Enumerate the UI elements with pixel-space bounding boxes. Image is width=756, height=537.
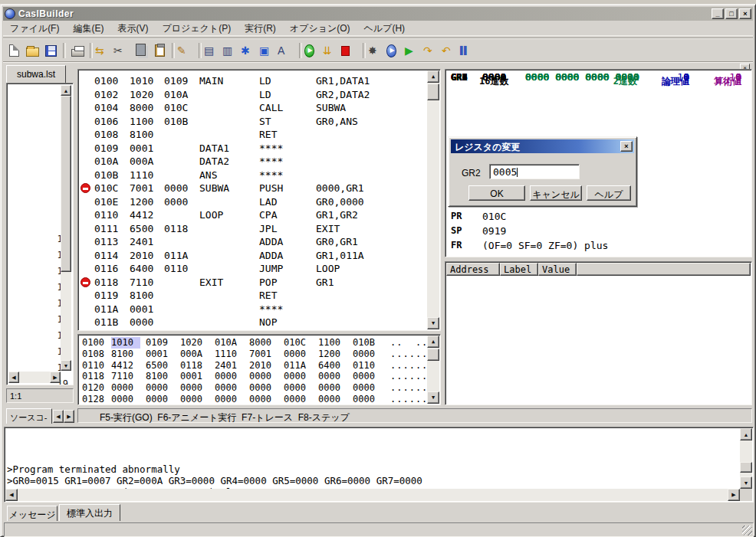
run-icon[interactable]: ▶ (304, 41, 323, 60)
menu-item[interactable]: 表示(V) (110, 21, 155, 37)
scroll-up-icon[interactable]: ▲ (427, 336, 439, 348)
watch-header-value[interactable]: Value (538, 263, 577, 276)
memory-vertical-scrollbar[interactable]: ▲ ▼ (427, 336, 439, 404)
menu-item[interactable]: プロジェクト(P) (155, 21, 238, 37)
menu-item[interactable]: ヘルプ(H) (357, 21, 413, 37)
continue-icon[interactable]: ▶ (386, 41, 405, 60)
binary-file-icon[interactable]: ▥ (222, 41, 241, 60)
listing-row[interactable]: 010B 1110 ANS **** (79, 169, 426, 182)
tab-subwa-lst[interactable]: subwa.lst (6, 65, 66, 83)
listing-row[interactable]: 0100 1010 0109 MAIN LD GR1,DATA1 (79, 74, 426, 88)
pen-icon[interactable]: ✎ (177, 41, 196, 60)
open-folder-icon[interactable] (23, 41, 41, 60)
listing-row[interactable]: 0116 6400 0110 JUMP LOOP (79, 262, 426, 276)
register-row[interactable]: GR7 0000 0000 0000 0000 0000 0 0 (445, 70, 751, 85)
scroll-left-icon[interactable]: ◀ (8, 372, 19, 383)
listing-row[interactable]: 0108 8100 RET (79, 128, 426, 142)
menu-item[interactable]: ファイル(F) (3, 21, 66, 37)
memory-row[interactable]: 0128 0000 0000 0000 0000 0000 0000 0000 … (79, 394, 426, 405)
listing-row[interactable]: 0118 7110 EXIT POP GR1 (79, 276, 426, 290)
breakpoint-icon[interactable] (81, 183, 90, 193)
trace-icon[interactable]: ▶ (405, 41, 423, 60)
tab-scroll-left-icon[interactable]: ◀ (53, 410, 64, 423)
memory-row[interactable]: 0118 7110 8100 0001 0000 0000 0000 0000 … (79, 371, 426, 382)
close-button[interactable]: × (739, 8, 751, 19)
listing-row[interactable]: 0114 2010 011A ADDA GR1,011A (79, 249, 426, 263)
register-value-input[interactable]: 0005 (489, 164, 580, 179)
tab-scroll-right-icon[interactable]: ▶ (64, 410, 74, 423)
watch-header-label[interactable]: Label (500, 263, 538, 276)
scroll-down-icon[interactable]: ▼ (740, 476, 752, 489)
listing-row[interactable]: 0111 6500 0118 JPL EXIT (79, 222, 426, 236)
print-icon[interactable] (68, 41, 87, 60)
sidebar-horizontal-scrollbar[interactable]: ◀ ▶ (8, 372, 61, 383)
listing-row[interactable]: 0106 1100 010B ST GR0,ANS (79, 115, 426, 129)
memory-dump-panel[interactable]: 0100 1010 0109 1020 010A 8000 010C 1100 … (77, 334, 441, 405)
memory-row[interactable]: 0110 4412 6500 0118 2401 2010 011A 6400 … (79, 360, 426, 372)
scroll-up-icon[interactable]: ▲ (61, 85, 71, 96)
scroll-down-icon[interactable]: ▼ (427, 391, 439, 404)
scroll-thumb[interactable] (427, 83, 439, 100)
listing-row[interactable]: 010C 7001 0000 SUBWA PUSH 0000,GR1 (79, 182, 426, 195)
menu-item[interactable]: オプション(O) (283, 21, 357, 37)
console-panel[interactable]: >Program terminated abnormally>GR0=0015 … (4, 427, 754, 503)
undo-icon[interactable]: ⇆ (95, 41, 113, 60)
listing-row[interactable]: 0119 8100 RET (79, 289, 426, 303)
sidebar-vertical-scrollbar[interactable]: ▲ ▼ (61, 85, 71, 371)
stop-icon[interactable]: ■ (341, 41, 360, 60)
dialog-title-bar[interactable]: レジスタの変更 × (451, 139, 634, 153)
dialog-close-icon[interactable]: × (620, 141, 633, 152)
new-file-icon[interactable] (5, 41, 23, 60)
step-out-icon[interactable]: ↶ (442, 41, 460, 60)
copy-icon[interactable] (132, 41, 150, 60)
listing-row[interactable]: 0102 1020 010A LD GR2,DATA2 (79, 88, 426, 102)
breakpoint-icon[interactable] (81, 277, 90, 287)
cancel-button[interactable]: キャンセル (530, 185, 582, 201)
listing-row[interactable]: 011B 0000 NOP (79, 316, 426, 329)
cut-icon[interactable]: ✂ (113, 41, 132, 60)
assemble-icon[interactable]: ▤ (204, 41, 222, 60)
console-icon[interactable]: ▣ (259, 41, 278, 60)
step-run-icon[interactable]: ⇊ (323, 41, 341, 60)
listing-vertical-scrollbar[interactable]: ▲ ▼ (427, 70, 439, 329)
build-icon[interactable]: ✱ (241, 41, 259, 60)
listing-row[interactable]: 011C 0000 NOP (79, 329, 426, 332)
help-button[interactable]: ヘルプ (587, 185, 631, 201)
tab-source-code[interactable]: ソースコ- (6, 408, 52, 424)
scroll-thumb[interactable] (61, 96, 71, 272)
listing-row[interactable]: 010E 1200 0000 LAD GR0,0000 (79, 195, 426, 209)
save-icon[interactable] (41, 41, 60, 60)
listing-row[interactable]: 0109 0001 DATA1 **** (79, 142, 426, 156)
pause-icon[interactable]: ▌▌ (460, 41, 478, 60)
scroll-thumb[interactable] (740, 462, 752, 473)
scroll-up-icon[interactable]: ▲ (427, 70, 439, 83)
console-horizontal-scrollbar[interactable]: ◀ ▶ (5, 489, 740, 501)
watch-panel[interactable]: Address Label Value (445, 261, 752, 405)
scroll-up-icon[interactable]: ▲ (740, 428, 752, 440)
menu-item[interactable]: 編集(E) (66, 21, 110, 37)
tab-standard-io[interactable]: 標準入出力 (59, 504, 120, 521)
menu-item[interactable]: 実行(R) (238, 21, 283, 37)
memory-row[interactable]: 0108 8100 0001 000A 1110 7001 0000 1200 … (79, 349, 426, 360)
scroll-down-icon[interactable]: ▼ (427, 317, 439, 329)
assembly-listing-panel[interactable]: 0100 1010 0109 MAIN LD GR1,DATA1 0102 10… (77, 69, 441, 331)
tab-messages[interactable]: メッセージ (7, 506, 58, 521)
memory-row[interactable]: 0120 0000 0000 0000 0000 0000 0000 0000 … (79, 382, 426, 394)
maximize-button[interactable]: □ (725, 8, 738, 19)
translate-icon[interactable]: A (278, 41, 296, 60)
listing-row[interactable]: 010A 000A DATA2 **** (79, 155, 426, 169)
ok-button[interactable]: OK (468, 185, 525, 201)
listing-row[interactable]: 011A 0001 **** (79, 303, 426, 316)
console-vertical-scrollbar[interactable]: ▲ ▼ (740, 428, 752, 489)
scroll-down-icon[interactable]: ▼ (61, 360, 71, 371)
paste-icon[interactable] (150, 41, 169, 60)
minimize-button[interactable]: _ (712, 8, 724, 19)
resize-grip[interactable] (742, 526, 752, 535)
break-icon[interactable]: ✸ (368, 41, 386, 60)
step-over-icon[interactable]: ↷ (423, 41, 442, 60)
memory-row[interactable]: 0100 1010 0109 1020 010A 8000 010C 1100 … (79, 337, 426, 349)
source-line-list[interactable]: 12345678910111213141516171819 ▲ ▼ ◀ ▶ (6, 83, 74, 385)
listing-row[interactable]: 0110 4412 LOOP CPA GR1,GR2 (79, 208, 426, 222)
watch-header-address[interactable]: Address (446, 263, 500, 276)
scroll-right-icon[interactable]: ▶ (728, 489, 740, 501)
